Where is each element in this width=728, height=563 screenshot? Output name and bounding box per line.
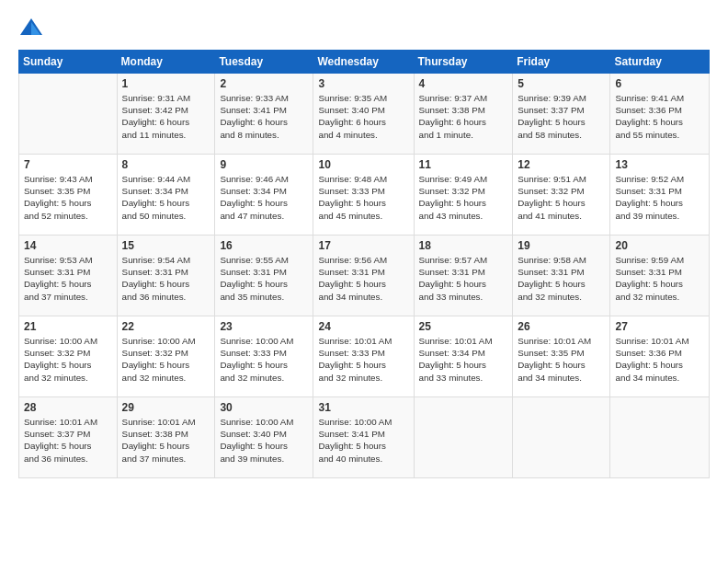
day-number: 19 [518,239,605,252]
day-number: 15 [122,239,210,252]
calendar-cell: 25Sunrise: 10:01 AM Sunset: 3:34 PM Dayl… [414,316,513,397]
calendar-cell: 28Sunrise: 10:01 AM Sunset: 3:37 PM Dayl… [19,397,118,478]
day-number: 20 [615,239,704,252]
day-info: Sunrise: 9:35 AM Sunset: 3:40 PM Dayligh… [318,92,408,141]
calendar-cell: 9Sunrise: 9:46 AM Sunset: 3:34 PM Daylig… [215,155,313,236]
day-number: 30 [220,401,308,414]
day-info: Sunrise: 10:00 AM Sunset: 3:32 PM Daylig… [122,335,210,384]
day-info: Sunrise: 9:43 AM Sunset: 3:35 PM Dayligh… [24,173,112,222]
calendar-cell: 6Sunrise: 9:41 AM Sunset: 3:36 PM Daylig… [610,74,710,155]
day-info: Sunrise: 9:48 AM Sunset: 3:33 PM Dayligh… [318,173,408,222]
day-number: 10 [318,158,408,171]
calendar-cell: 23Sunrise: 10:00 AM Sunset: 3:33 PM Dayl… [215,316,313,397]
day-number: 22 [122,320,210,333]
day-info: Sunrise: 9:31 AM Sunset: 3:42 PM Dayligh… [122,92,210,141]
day-number: 9 [220,158,308,171]
calendar: SundayMondayTuesdayWednesdayThursdayFrid… [18,50,710,478]
week-row: 21Sunrise: 10:00 AM Sunset: 3:32 PM Dayl… [19,316,710,397]
day-info: Sunrise: 10:01 AM Sunset: 3:38 PM Daylig… [122,416,210,465]
day-number: 23 [220,320,308,333]
day-info: Sunrise: 9:33 AM Sunset: 3:41 PM Dayligh… [220,92,308,141]
day-info: Sunrise: 9:53 AM Sunset: 3:31 PM Dayligh… [24,254,112,303]
day-number: 18 [419,239,508,252]
weekday-header-thursday: Thursday [414,51,513,74]
day-info: Sunrise: 9:52 AM Sunset: 3:31 PM Dayligh… [615,173,704,222]
day-number: 6 [615,77,704,90]
calendar-cell: 18Sunrise: 9:57 AM Sunset: 3:31 PM Dayli… [414,236,513,316]
calendar-cell: 14Sunrise: 9:53 AM Sunset: 3:31 PM Dayli… [19,236,118,316]
weekday-header-sunday: Sunday [19,51,118,74]
day-number: 2 [220,77,308,90]
calendar-cell: 1Sunrise: 9:31 AM Sunset: 3:42 PM Daylig… [117,74,215,155]
calendar-cell: 26Sunrise: 10:01 AM Sunset: 3:35 PM Dayl… [513,316,610,397]
day-number: 24 [318,320,408,333]
calendar-cell: 10Sunrise: 9:48 AM Sunset: 3:33 PM Dayli… [313,155,414,236]
calendar-cell: 30Sunrise: 10:00 AM Sunset: 3:40 PM Dayl… [215,397,313,478]
day-info: Sunrise: 9:59 AM Sunset: 3:31 PM Dayligh… [615,254,704,303]
day-info: Sunrise: 9:51 AM Sunset: 3:32 PM Dayligh… [518,173,605,222]
day-info: Sunrise: 10:00 AM Sunset: 3:41 PM Daylig… [318,416,408,465]
logo [18,15,48,40]
weekday-header-tuesday: Tuesday [215,51,313,74]
day-number: 25 [419,320,508,333]
page: SundayMondayTuesdayWednesdayThursdayFrid… [0,0,728,563]
day-info: Sunrise: 9:41 AM Sunset: 3:36 PM Dayligh… [615,92,704,141]
header [18,15,710,40]
week-row: 28Sunrise: 10:01 AM Sunset: 3:37 PM Dayl… [19,397,710,478]
calendar-cell: 2Sunrise: 9:33 AM Sunset: 3:41 PM Daylig… [215,74,313,155]
day-info: Sunrise: 9:37 AM Sunset: 3:38 PM Dayligh… [419,92,508,141]
calendar-cell: 15Sunrise: 9:54 AM Sunset: 3:31 PM Dayli… [117,236,215,316]
day-info: Sunrise: 10:01 AM Sunset: 3:33 PM Daylig… [318,335,408,384]
calendar-cell: 8Sunrise: 9:44 AM Sunset: 3:34 PM Daylig… [117,155,215,236]
day-number: 3 [318,77,408,90]
calendar-cell: 31Sunrise: 10:00 AM Sunset: 3:41 PM Dayl… [313,397,414,478]
day-number: 14 [24,239,112,252]
day-number: 28 [24,401,112,414]
day-info: Sunrise: 9:46 AM Sunset: 3:34 PM Dayligh… [220,173,308,222]
day-info: Sunrise: 9:57 AM Sunset: 3:31 PM Dayligh… [419,254,508,303]
calendar-cell: 11Sunrise: 9:49 AM Sunset: 3:32 PM Dayli… [414,155,513,236]
day-number: 31 [318,401,408,414]
weekday-header-saturday: Saturday [610,51,710,74]
calendar-cell: 17Sunrise: 9:56 AM Sunset: 3:31 PM Dayli… [313,236,414,316]
logo-icon [18,15,44,40]
calendar-cell [610,397,710,478]
calendar-cell: 24Sunrise: 10:01 AM Sunset: 3:33 PM Dayl… [313,316,414,397]
calendar-body: 1Sunrise: 9:31 AM Sunset: 3:42 PM Daylig… [19,74,710,478]
weekday-header-friday: Friday [513,51,610,74]
calendar-header: SundayMondayTuesdayWednesdayThursdayFrid… [19,51,710,74]
calendar-cell: 19Sunrise: 9:58 AM Sunset: 3:31 PM Dayli… [513,236,610,316]
calendar-cell: 22Sunrise: 10:00 AM Sunset: 3:32 PM Dayl… [117,316,215,397]
weekday-row: SundayMondayTuesdayWednesdayThursdayFrid… [19,51,710,74]
calendar-cell [19,74,118,155]
calendar-cell: 21Sunrise: 10:00 AM Sunset: 3:32 PM Dayl… [19,316,118,397]
day-number: 26 [518,320,605,333]
calendar-cell [513,397,610,478]
day-number: 4 [419,77,508,90]
day-number: 1 [122,77,210,90]
week-row: 14Sunrise: 9:53 AM Sunset: 3:31 PM Dayli… [19,236,710,316]
day-number: 29 [122,401,210,414]
svg-marker-1 [31,22,40,35]
calendar-cell: 20Sunrise: 9:59 AM Sunset: 3:31 PM Dayli… [610,236,710,316]
day-info: Sunrise: 10:01 AM Sunset: 3:34 PM Daylig… [419,335,508,384]
calendar-cell: 4Sunrise: 9:37 AM Sunset: 3:38 PM Daylig… [414,74,513,155]
day-number: 13 [615,158,704,171]
day-info: Sunrise: 10:00 AM Sunset: 3:33 PM Daylig… [220,335,308,384]
day-number: 12 [518,158,605,171]
day-info: Sunrise: 9:49 AM Sunset: 3:32 PM Dayligh… [419,173,508,222]
day-info: Sunrise: 10:01 AM Sunset: 3:37 PM Daylig… [24,416,112,465]
weekday-header-wednesday: Wednesday [313,51,414,74]
day-info: Sunrise: 10:00 AM Sunset: 3:40 PM Daylig… [220,416,308,465]
day-info: Sunrise: 9:58 AM Sunset: 3:31 PM Dayligh… [518,254,605,303]
calendar-cell: 13Sunrise: 9:52 AM Sunset: 3:31 PM Dayli… [610,155,710,236]
calendar-cell [414,397,513,478]
day-info: Sunrise: 10:00 AM Sunset: 3:32 PM Daylig… [24,335,112,384]
day-number: 11 [419,158,508,171]
day-number: 17 [318,239,408,252]
day-info: Sunrise: 9:55 AM Sunset: 3:31 PM Dayligh… [220,254,308,303]
calendar-cell: 27Sunrise: 10:01 AM Sunset: 3:36 PM Dayl… [610,316,710,397]
calendar-cell: 12Sunrise: 9:51 AM Sunset: 3:32 PM Dayli… [513,155,610,236]
day-number: 27 [615,320,704,333]
calendar-cell: 5Sunrise: 9:39 AM Sunset: 3:37 PM Daylig… [513,74,610,155]
